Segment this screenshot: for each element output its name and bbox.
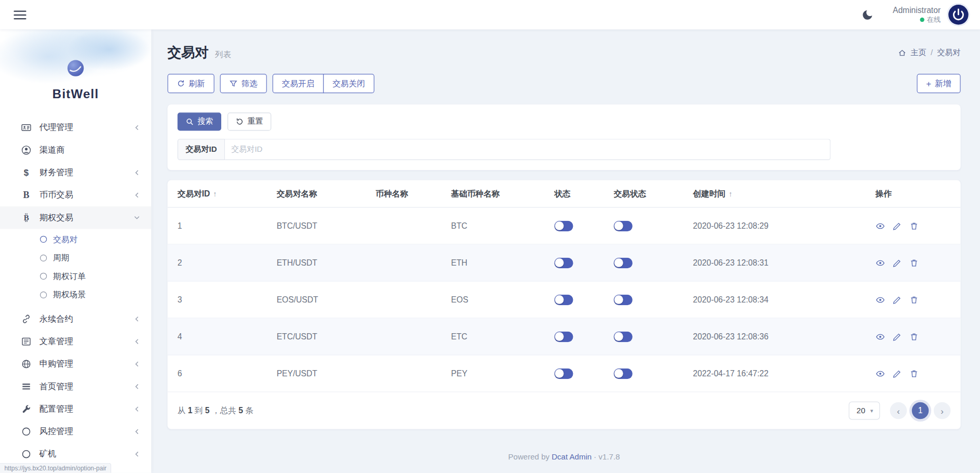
add-button[interactable]: + 新增 xyxy=(917,74,960,93)
page-size-select[interactable]: 20 ▾ xyxy=(849,402,880,420)
search-panel: 搜索 重置 交易对ID xyxy=(168,104,961,170)
svg-text:B: B xyxy=(24,214,29,222)
sidebar-subitem-option-order[interactable]: 期权订单 xyxy=(0,267,151,286)
delete-button[interactable] xyxy=(909,295,919,304)
cell-pair-name: BTC/USDT xyxy=(266,221,366,230)
edit-button[interactable] xyxy=(892,221,902,230)
page-1-button[interactable]: 1 xyxy=(912,402,929,419)
edit-button[interactable] xyxy=(892,369,902,378)
add-label: 新增 xyxy=(935,78,951,89)
trade-status-toggle[interactable] xyxy=(614,368,633,378)
user-menu[interactable]: Administrator 在线 xyxy=(893,6,941,24)
sidebar: BitWell 代理管理渠道商$财务管理B币币交易B期权交易交易对周期期权订单期… xyxy=(0,30,151,473)
search-button[interactable]: 搜索 xyxy=(178,113,221,131)
sidebar-item-article-management[interactable]: 文章管理 xyxy=(0,330,151,352)
trash-icon xyxy=(909,221,919,230)
edit-button[interactable] xyxy=(892,295,902,304)
column-header[interactable]: 交易对ID↑ xyxy=(168,188,267,200)
status-toggle[interactable] xyxy=(554,368,573,378)
cell-base-coin: PEY xyxy=(441,369,544,378)
trade-close-button[interactable]: 交易关闭 xyxy=(323,74,374,93)
dollar-icon: $ xyxy=(21,168,31,178)
delete-button[interactable] xyxy=(909,258,919,267)
brand-name: BitWell xyxy=(0,87,151,101)
trash-icon xyxy=(909,258,919,267)
trade-status-toggle[interactable] xyxy=(614,294,633,305)
sidebar-item-config-management[interactable]: 配置管理 xyxy=(0,398,151,420)
column-header: 交易状态 xyxy=(603,188,683,200)
footer: Powered by Dcat Admin · v1.7.8 xyxy=(168,444,961,472)
sidebar-subitem-trading-pair[interactable]: 交易对 xyxy=(0,230,151,249)
view-button[interactable] xyxy=(876,221,885,230)
view-button[interactable] xyxy=(876,295,885,304)
chevron-left-icon xyxy=(134,338,140,345)
chevron-left-icon xyxy=(134,361,140,367)
column-header[interactable]: 创建时间↑ xyxy=(683,188,865,200)
dcat-admin-link[interactable]: Dcat Admin xyxy=(552,453,592,462)
table-header-row: 交易对ID↑交易对名称币种名称基础币种名称状态交易状态创建时间↑操作 xyxy=(168,180,961,208)
sort-asc-icon[interactable]: ↑ xyxy=(213,189,217,198)
powered-by-text: Powered by xyxy=(508,453,549,462)
sidebar-item-label: 代理管理 xyxy=(39,122,134,134)
chevron-left-icon xyxy=(134,406,140,412)
next-page-button[interactable]: › xyxy=(934,402,950,419)
bitcoin-icon: B xyxy=(21,213,31,222)
sidebar-item-perpetual-contract[interactable]: 永续合约 xyxy=(0,308,151,330)
circle-icon xyxy=(21,427,31,437)
refresh-button[interactable]: 刷新 xyxy=(168,74,214,93)
sidebar-item-finance-management[interactable]: $财务管理 xyxy=(0,161,151,183)
plus-icon: + xyxy=(926,79,931,88)
cell-base-coin: BTC xyxy=(441,221,544,230)
app: Administrator 在线 BitWell 代理管理渠道商$财务管理B币币… xyxy=(0,0,980,473)
trade-open-button[interactable]: 交易开启 xyxy=(273,74,324,93)
sidebar-item-label: 币币交易 xyxy=(39,190,134,201)
delete-button[interactable] xyxy=(909,221,919,230)
cell-actions xyxy=(865,258,960,267)
menu-toggle-button[interactable] xyxy=(14,10,26,19)
sidebar-subitem-period[interactable]: 周期 xyxy=(0,248,151,267)
chevron-left-icon xyxy=(134,192,140,198)
cell-pair-id: 6 xyxy=(168,369,267,378)
delete-button[interactable] xyxy=(909,369,919,378)
circle-icon xyxy=(40,273,47,280)
sidebar-item-spot-trading[interactable]: B币币交易 xyxy=(0,184,151,206)
sidebar-subitem-label: 交易对 xyxy=(53,234,77,245)
table-row: 3EOS/USDTEOS2020-06-23 12:08:34 xyxy=(168,282,961,319)
dark-mode-toggle[interactable] xyxy=(862,8,874,21)
sidebar-item-subscription-management[interactable]: 申购管理 xyxy=(0,353,151,375)
trade-status-toggle[interactable] xyxy=(614,257,633,268)
delete-button[interactable] xyxy=(909,332,919,341)
view-button[interactable] xyxy=(876,258,885,267)
sort-asc-icon[interactable]: ↑ xyxy=(729,189,732,198)
column-header: 操作 xyxy=(865,188,960,200)
sidebar-item-channel-merchant[interactable]: 渠道商 xyxy=(0,139,151,161)
trade-status-toggle[interactable] xyxy=(614,331,633,341)
sidebar-subitem-option-scene[interactable]: 期权场景 xyxy=(0,285,151,304)
breadcrumb-home[interactable]: 主页 xyxy=(910,47,926,58)
reset-button[interactable]: 重置 xyxy=(227,113,271,131)
avatar[interactable] xyxy=(948,4,969,25)
status-toggle[interactable] xyxy=(554,331,573,341)
sidebar-item-homepage-management[interactable]: 首页管理 xyxy=(0,375,151,398)
status-toggle[interactable] xyxy=(554,294,573,305)
pair-id-input[interactable] xyxy=(225,139,830,160)
status-toggle[interactable] xyxy=(554,257,573,268)
chevron-left-icon xyxy=(134,316,140,322)
edit-button[interactable] xyxy=(892,332,902,341)
filter-button[interactable]: 筛选 xyxy=(220,74,267,93)
brand[interactable]: BitWell xyxy=(0,30,151,101)
status-toggle[interactable] xyxy=(554,220,573,231)
sidebar-item-option-trading[interactable]: B期权交易 xyxy=(0,206,151,229)
sidebar-item-risk-management[interactable]: 风控管理 xyxy=(0,421,151,443)
view-button[interactable] xyxy=(876,369,885,378)
edit-button[interactable] xyxy=(892,258,902,267)
sidebar-item-mining-machine[interactable]: 矿机 xyxy=(0,443,151,465)
view-button[interactable] xyxy=(876,332,885,341)
cell-actions xyxy=(865,295,960,304)
trade-status-toggle[interactable] xyxy=(614,220,633,231)
prev-page-button[interactable]: ‹ xyxy=(890,402,907,419)
sidebar-item-agent-management[interactable]: 代理管理 xyxy=(0,116,151,139)
eye-icon xyxy=(876,369,885,378)
cell-created-at: 2020-06-23 12:08:29 xyxy=(683,221,865,230)
link-icon xyxy=(21,314,31,324)
